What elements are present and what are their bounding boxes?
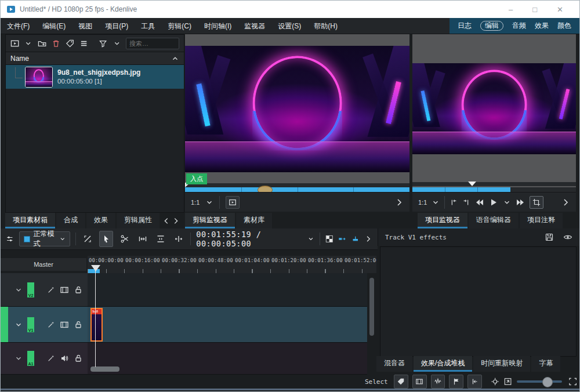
track-v1-lane[interactable] [88,307,367,343]
collapse-track-icon[interactable] [14,286,23,294]
tab-speech-editor[interactable]: 语音编辑器 [469,213,519,228]
selection-tool-button[interactable] [99,231,113,247]
timeline-clip[interactable]: 9u8 [90,308,103,342]
project-monitor-ruler[interactable] [412,182,576,186]
close-button[interactable]: ✕ [557,5,563,14]
show-tags-button[interactable] [394,375,408,389]
zoom-dropdown-icon[interactable] [205,198,213,206]
tab-subtitles[interactable]: 字幕 [531,356,560,372]
clip-monitor-ruler[interactable] [185,183,409,187]
bin-menu-icon[interactable] [79,39,88,48]
add-clip-dropdown-icon[interactable] [24,39,32,48]
fast-forward-icon[interactable] [516,198,525,207]
track-label-v1[interactable]: V1 [27,317,34,332]
playhead-line[interactable] [95,265,96,367]
show-markers-button[interactable] [449,375,463,389]
slip-tool-button[interactable] [154,231,167,246]
tab-compositions[interactable]: 合成 [56,213,85,228]
zone-mode-button[interactable] [530,196,543,209]
collapse-track-icon[interactable] [14,354,23,362]
menu-tools[interactable]: 工具 [135,19,161,34]
track-header-v2[interactable]: V2 [1,273,88,307]
menu-settings[interactable]: 设置(S) [271,19,307,34]
bin-search-input[interactable] [126,38,179,49]
track-a1-lane[interactable] [88,343,367,375]
workspace-logging[interactable]: 日志 [458,21,472,31]
mix-tool-button[interactable] [81,231,94,246]
filter-icon[interactable] [99,39,107,48]
tab-effects[interactable]: 效果 [86,213,115,228]
filter-dropdown-icon[interactable] [113,39,121,48]
menu-view[interactable]: 视图 [72,19,99,34]
lock-track-icon[interactable] [74,320,83,329]
track-label-v2[interactable]: V2 [27,282,34,297]
sort-chevron-up-icon[interactable] [171,55,179,63]
menu-project[interactable]: 项目(P) [99,19,135,34]
track-effects-wand-icon[interactable] [47,286,55,294]
toolbar-more-icon[interactable] [364,234,372,244]
timeline-vertical-scrollbar[interactable] [369,278,374,336]
transparency-icon[interactable] [325,234,334,244]
project-monitor-zone-bar[interactable] [412,187,576,192]
menu-timeline[interactable]: 时间轴(I) [198,19,238,34]
minimize-button[interactable]: – [509,5,513,14]
timeline-adjust-icon[interactable] [6,234,14,244]
tab-clip-monitor[interactable]: 剪辑监视器 [185,213,235,228]
track-header-v1[interactable]: V1 [1,307,88,343]
clip-monitor-zoom-level[interactable]: 1:1 [191,199,200,206]
monitor-overlay-button[interactable] [226,196,240,209]
mute-track-icon[interactable] [60,354,69,363]
tab-library[interactable]: 素材库 [236,213,272,228]
overwrite-zone-icon[interactable] [351,234,360,244]
tab-project-bin[interactable]: 项目素材箱 [5,213,55,228]
play-icon[interactable] [489,198,498,207]
track-target-v2[interactable] [1,273,8,306]
show-video-thumbnails-button[interactable] [412,375,427,389]
playhead-marker[interactable] [91,265,100,271]
tab-time-remap[interactable]: 时间重新映射 [473,356,530,372]
timecode-dropdown-icon[interactable] [307,235,314,243]
collapse-track-icon[interactable] [14,321,23,329]
save-effect-stack-icon[interactable] [545,233,554,242]
timeline-horizontal-scrollbar[interactable] [90,366,119,372]
clip-monitor-zone-bar[interactable] [185,187,409,192]
tab-mixer[interactable]: 混音器 [376,356,412,372]
add-clip-icon[interactable] [10,39,19,48]
track-effects-wand-icon[interactable] [47,354,55,362]
insert-zone-icon[interactable] [338,234,346,244]
menu-file[interactable]: 文件(F) [1,19,36,34]
tab-effect-stack[interactable]: 效果/合成堆栈 [414,356,472,372]
project-monitor-zoom-level[interactable]: 1:1 [418,199,427,206]
tab-project-notes[interactable]: 项目注释 [520,213,563,228]
track-header-a1[interactable]: A1 [1,343,88,375]
menu-monitor[interactable]: 监视器 [238,19,271,34]
delete-clip-icon[interactable] [52,39,60,48]
track-v2-lane[interactable] [88,273,367,307]
master-track-button[interactable]: Master [1,258,86,271]
tab-project-monitor[interactable]: 项目监视器 [418,213,467,228]
workspace-editing[interactable]: 编辑 [480,21,503,31]
bin-clip-item[interactable]: 9u8_net_shigjxedpsh.jpg 00:00:05:00 [1] [6,65,184,89]
workspace-color[interactable]: 颜色 [557,21,571,31]
goto-zone-start-icon[interactable] [449,198,458,206]
zoom-slider-handle[interactable] [542,377,553,387]
tabs-scroll-right-icon[interactable] [172,217,180,225]
menu-clip[interactable]: 剪辑(C) [161,19,198,34]
timeline-zoom-slider[interactable] [517,380,562,383]
workspace-effects[interactable]: 效果 [535,21,549,31]
track-target-a1[interactable] [1,343,8,374]
hide-video-icon[interactable] [60,320,69,329]
spacer-tool-button[interactable] [136,231,149,246]
project-monitor-playhead[interactable] [468,182,476,186]
project-monitor-expand-icon[interactable] [561,198,570,207]
maximize-button[interactable]: □ [532,5,537,14]
zoom-dropdown-icon[interactable] [432,198,440,206]
show-audio-thumbnails-button[interactable] [431,375,445,389]
timeline-timecode[interactable]: 00:01:55:19 / 00:00:05:00 [196,230,302,248]
fit-zoom-icon[interactable] [568,377,577,386]
hide-video-icon[interactable] [60,285,69,295]
track-effects-wand-icon[interactable] [47,321,55,329]
tabs-scroll-left-icon[interactable] [162,217,171,225]
track-target-v1[interactable] [1,307,8,342]
track-label-a1[interactable]: A1 [27,351,34,366]
